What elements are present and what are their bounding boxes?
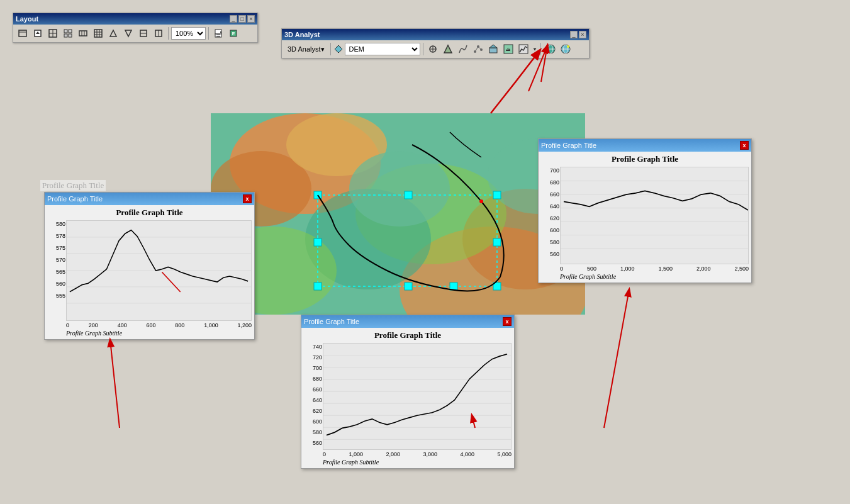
- layout-toolbar-titlebar: Layout _ □ ×: [13, 13, 257, 25]
- chart-area-top-right: 700 680 660 640 620 600 580 560: [560, 167, 749, 264]
- svg-text:⛰: ⛰: [506, 47, 511, 52]
- tb-btn-3[interactable]: [46, 26, 60, 40]
- tb-btn-6[interactable]: [91, 26, 105, 40]
- close-button[interactable]: ×: [247, 15, 255, 23]
- tb-sep-3d-2: [423, 43, 423, 55]
- svg-marker-47: [533, 48, 536, 50]
- tb-btn-export[interactable]: E: [226, 26, 240, 40]
- svg-rect-77: [450, 283, 457, 290]
- svg-rect-28: [216, 36, 220, 36]
- layout-toolbar-title: Layout: [16, 15, 38, 23]
- svg-point-54: [567, 45, 569, 48]
- svg-text:E: E: [232, 31, 235, 36]
- tb-btn-print[interactable]: [211, 26, 225, 40]
- svg-rect-73: [314, 238, 322, 246]
- svg-marker-19: [110, 30, 116, 36]
- 3d-analyst-title: 3D Analyst: [284, 31, 320, 38]
- 3d-analyst-menu[interactable]: 3D Analyst▾: [284, 43, 328, 55]
- 3d-analyst-controls: _ ×: [570, 31, 586, 38]
- tb-sep-3d-3: [540, 43, 541, 55]
- x-axis-bottom: 0 1,000 2,000 3,000 4,000 5,000: [323, 451, 512, 457]
- tb-separator-1: [168, 27, 169, 40]
- tb-btn-9[interactable]: [137, 26, 150, 40]
- profile-content-top-left: Profile Graph Title 580 578 575: [45, 205, 254, 339]
- viewshed-btn[interactable]: [441, 42, 455, 56]
- dem-layer-icon: [333, 44, 344, 54]
- svg-rect-10: [69, 34, 72, 37]
- tb-btn-1[interactable]: [16, 26, 30, 40]
- 3d-analyst-titlebar: 3D Analyst _ ×: [282, 29, 589, 40]
- svg-rect-72: [493, 191, 501, 199]
- profile-titlebar-bottom: Profile Graph Title x: [301, 315, 514, 328]
- zoom-dropdown[interactable]: 100% 50% 200%: [171, 27, 206, 40]
- svg-rect-76: [405, 283, 412, 290]
- chart-subtitle-bottom: Profile Graph Subtitle: [304, 459, 512, 466]
- ghost-profile-title: Profile Graph Title: [40, 180, 106, 191]
- chart-svg-top-right: [561, 167, 748, 264]
- profile-content-top-right: Profile Graph Title 700 680 660 640 620 …: [539, 152, 751, 283]
- tb-sep-3d-1: [330, 43, 331, 55]
- profile-window-top-right: Profile Graph Title x Profile Graph Titl…: [538, 138, 752, 283]
- svg-rect-14: [94, 30, 102, 37]
- svg-rect-29: [220, 31, 221, 33]
- svg-rect-71: [405, 191, 412, 199]
- dem-terrain-svg: [211, 113, 585, 315]
- chart-area-bottom: 740 720 700 680 660 640 620 600 580 560: [323, 343, 512, 450]
- svg-rect-46: [519, 45, 528, 53]
- maximize-button[interactable]: □: [238, 15, 246, 23]
- svg-rect-8: [69, 30, 72, 33]
- svg-rect-9: [64, 34, 67, 37]
- profile-window-top-left: Profile Graph Title x Profile Graph Titl…: [44, 192, 255, 340]
- watershed-btn[interactable]: [456, 42, 470, 56]
- minimize-button[interactable]: _: [230, 15, 237, 23]
- tb-btn-7[interactable]: [106, 26, 120, 40]
- svg-rect-42: [489, 48, 497, 53]
- layout-toolbar-controls: _ □ ×: [230, 15, 255, 23]
- svg-line-85: [162, 272, 180, 292]
- tb-btn-8[interactable]: [121, 26, 135, 40]
- globe2-btn[interactable]: [559, 42, 573, 56]
- profile-dropdown-btn[interactable]: [532, 42, 538, 56]
- chart-area-top-left: 580 578 575 570 565 560 555: [66, 220, 252, 321]
- x-axis-top-right: 0 500 1,000 1,500 2,000 2,500: [560, 266, 749, 272]
- svg-rect-26: [215, 34, 221, 37]
- svg-marker-32: [335, 45, 342, 53]
- tb-separator-2: [208, 27, 209, 40]
- 3d-close-button[interactable]: ×: [579, 31, 586, 38]
- line-of-sight-btn[interactable]: [426, 42, 440, 56]
- surface-btn[interactable]: [486, 42, 500, 56]
- profile-titlebar-top-left: Profile Graph Title x: [45, 193, 254, 205]
- x-axis-top-left: 0 200 400 600 800 1,000 1,200: [66, 322, 252, 328]
- layout-toolbar-body: 100% 50% 200% E: [13, 25, 257, 42]
- profile-titlebar-top-right: Profile Graph Title x: [539, 139, 751, 152]
- svg-point-79: [479, 199, 483, 203]
- profile-window-bottom-center: Profile Graph Title x Profile Graph Titl…: [301, 315, 515, 469]
- dem-map: [211, 113, 585, 315]
- svg-rect-11: [79, 31, 87, 36]
- chart-title-top-left: Profile Graph Title: [47, 208, 252, 218]
- profile-title-top-right-label: Profile Graph Title: [541, 142, 596, 149]
- chart-title-top-right: Profile Graph Title: [541, 154, 749, 164]
- layer-dropdown[interactable]: DEM: [345, 43, 420, 55]
- profile-close-top-right[interactable]: x: [740, 141, 749, 150]
- chart-subtitle-top-left: Profile Graph Subtitle: [47, 330, 252, 337]
- terrain-btn[interactable]: ⛰: [501, 42, 515, 56]
- profile-close-bottom[interactable]: x: [503, 317, 512, 326]
- profile-graph-btn[interactable]: [517, 42, 530, 56]
- tb-btn-4[interactable]: [61, 26, 75, 40]
- tb-btn-2[interactable]: [31, 26, 45, 40]
- svg-marker-36: [444, 45, 452, 53]
- tb-btn-10[interactable]: [152, 26, 165, 40]
- globe1-btn[interactable]: [544, 42, 557, 56]
- svg-rect-27: [216, 35, 220, 35]
- interpolate-btn[interactable]: [471, 42, 485, 56]
- 3d-minimize-button[interactable]: _: [570, 31, 578, 38]
- profile-title-top-left-label: Profile Graph Title: [47, 195, 103, 203]
- svg-rect-75: [314, 283, 322, 290]
- chart-title-bottom: Profile Graph Title: [304, 330, 512, 340]
- profile-close-top-left[interactable]: x: [243, 194, 252, 203]
- chart-svg-bottom: [323, 344, 511, 449]
- svg-rect-74: [493, 238, 501, 246]
- chart-subtitle-top-right: Profile Graph Subtitle: [541, 273, 749, 280]
- tb-btn-5[interactable]: [76, 26, 90, 40]
